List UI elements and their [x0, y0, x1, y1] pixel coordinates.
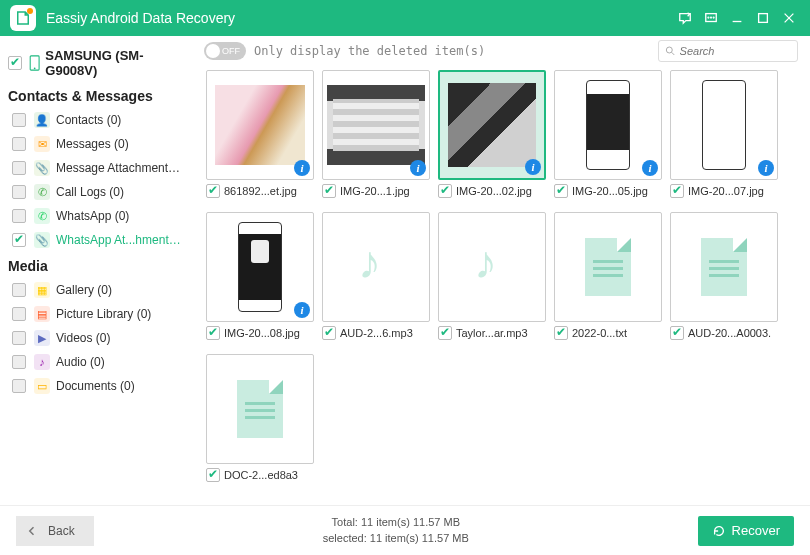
sidebar-category[interactable]: ✆ Call Logs (0) — [6, 180, 190, 204]
category-icon: ▶ — [34, 330, 50, 346]
file-tile[interactable]: i IMG-20...08.jpg — [206, 212, 314, 346]
feedback-icon[interactable] — [674, 7, 696, 29]
file-checkbox[interactable] — [206, 184, 220, 198]
message-icon[interactable] — [700, 7, 722, 29]
thumbnail[interactable]: i — [670, 70, 778, 180]
file-checkbox[interactable] — [438, 326, 452, 340]
info-icon[interactable]: i — [294, 302, 310, 318]
category-label: Picture Library (0) — [56, 307, 151, 321]
thumbnail[interactable]: i — [554, 70, 662, 180]
file-tile[interactable]: i 861892...et.jpg — [206, 70, 314, 204]
category-checkbox[interactable] — [12, 209, 26, 223]
info-icon[interactable]: i — [525, 159, 541, 175]
thumbnail[interactable]: i — [206, 212, 314, 322]
category-checkbox[interactable] — [12, 331, 26, 345]
category-label: Audio (0) — [56, 355, 105, 369]
sidebar-category[interactable]: 📎 Message Attachments (0) — [6, 156, 190, 180]
category-checkbox[interactable] — [12, 161, 26, 175]
category-checkbox[interactable] — [12, 355, 26, 369]
file-tile[interactable]: AUD-20...A0003. — [670, 212, 778, 346]
file-checkbox[interactable] — [554, 326, 568, 340]
file-tile[interactable]: i IMG-20...1.jpg — [322, 70, 430, 204]
category-label: Message Attachments (0) — [56, 161, 184, 175]
file-checkbox[interactable] — [670, 326, 684, 340]
thumbnail[interactable]: i — [322, 70, 430, 180]
thumbnail[interactable] — [322, 212, 430, 322]
thumbnail[interactable]: i — [438, 70, 546, 180]
sidebar-category[interactable]: ✆ WhatsApp (0) — [6, 204, 190, 228]
file-checkbox[interactable] — [206, 326, 220, 340]
svg-point-2 — [711, 17, 712, 18]
deleted-toggle[interactable]: OFF — [204, 42, 246, 60]
category-label: WhatsApp At...hments (11) — [56, 233, 184, 247]
file-tile[interactable]: i IMG-20...05.jpg — [554, 70, 662, 204]
file-checkbox[interactable] — [670, 184, 684, 198]
category-checkbox[interactable] — [12, 233, 26, 247]
sidebar-category[interactable]: ▭ Documents (0) — [6, 374, 190, 398]
category-checkbox[interactable] — [12, 283, 26, 297]
file-tile[interactable]: 2022-0...txt — [554, 212, 662, 346]
info-icon[interactable]: i — [758, 160, 774, 176]
file-checkbox[interactable] — [206, 468, 220, 482]
search-input[interactable] — [680, 45, 791, 57]
category-icon: ✉ — [34, 136, 50, 152]
toolbar: OFF Only display the deleted item(s) — [196, 36, 810, 66]
sidebar-category[interactable]: 📎 WhatsApp At...hments (11) — [6, 228, 190, 252]
category-checkbox[interactable] — [12, 113, 26, 127]
file-name: IMG-20...07.jpg — [688, 185, 764, 197]
search-box[interactable] — [658, 40, 798, 62]
file-tile[interactable]: Taylor...ar.mp3 — [438, 212, 546, 346]
maximize-button[interactable] — [752, 7, 774, 29]
info-icon[interactable]: i — [410, 160, 426, 176]
category-icon: ✆ — [34, 208, 50, 224]
file-checkbox[interactable] — [322, 184, 336, 198]
thumbnail[interactable] — [554, 212, 662, 322]
thumbnail[interactable] — [438, 212, 546, 322]
file-name: IMG-20...05.jpg — [572, 185, 648, 197]
sidebar-category[interactable]: ▤ Picture Library (0) — [6, 302, 190, 326]
file-name: AUD-2...6.mp3 — [340, 327, 413, 339]
file-checkbox[interactable] — [438, 184, 452, 198]
thumbnail[interactable] — [670, 212, 778, 322]
category-icon: ✆ — [34, 184, 50, 200]
sidebar-category[interactable]: 👤 Contacts (0) — [6, 108, 190, 132]
thumbnail[interactable] — [206, 354, 314, 464]
svg-point-10 — [666, 47, 672, 53]
file-tile[interactable]: DOC-2...ed8a3 — [206, 354, 314, 488]
titlebar: Eassiy Android Data Recovery — [0, 0, 810, 36]
info-icon[interactable]: i — [294, 160, 310, 176]
file-name: Taylor...ar.mp3 — [456, 327, 528, 339]
recover-label: Recover — [732, 523, 780, 538]
device-row[interactable]: SAMSUNG (SM-G9008V) — [6, 44, 190, 82]
close-button[interactable] — [778, 7, 800, 29]
file-checkbox[interactable] — [554, 184, 568, 198]
device-checkbox[interactable] — [8, 56, 22, 70]
back-button[interactable]: Back — [16, 516, 94, 546]
category-checkbox[interactable] — [12, 379, 26, 393]
file-tile[interactable]: i IMG-20...07.jpg — [670, 70, 778, 204]
minimize-button[interactable] — [726, 7, 748, 29]
category-label: WhatsApp (0) — [56, 209, 129, 223]
recover-button[interactable]: Recover — [698, 516, 794, 546]
sidebar-category[interactable]: ▶ Videos (0) — [6, 326, 190, 350]
category-checkbox[interactable] — [12, 185, 26, 199]
file-tile[interactable]: AUD-2...6.mp3 — [322, 212, 430, 346]
info-icon[interactable]: i — [642, 160, 658, 176]
file-tile[interactable]: i IMG-20...02.jpg — [438, 70, 546, 204]
section-contacts: Contacts & Messages — [6, 82, 190, 108]
thumbnail[interactable]: i — [206, 70, 314, 180]
file-name: AUD-20...A0003. — [688, 327, 771, 339]
file-name: 861892...et.jpg — [224, 185, 297, 197]
file-checkbox[interactable] — [322, 326, 336, 340]
file-name: IMG-20...08.jpg — [224, 327, 300, 339]
sidebar-category[interactable]: ✉ Messages (0) — [6, 132, 190, 156]
category-checkbox[interactable] — [12, 137, 26, 151]
svg-rect-5 — [759, 14, 768, 23]
category-icon: 📎 — [34, 232, 50, 248]
sidebar-category[interactable]: ♪ Audio (0) — [6, 350, 190, 374]
category-checkbox[interactable] — [12, 307, 26, 321]
selected-stat: selected: 11 item(s) 11.57 MB — [94, 531, 698, 546]
file-name: 2022-0...txt — [572, 327, 627, 339]
category-label: Messages (0) — [56, 137, 129, 151]
sidebar-category[interactable]: ▦ Gallery (0) — [6, 278, 190, 302]
